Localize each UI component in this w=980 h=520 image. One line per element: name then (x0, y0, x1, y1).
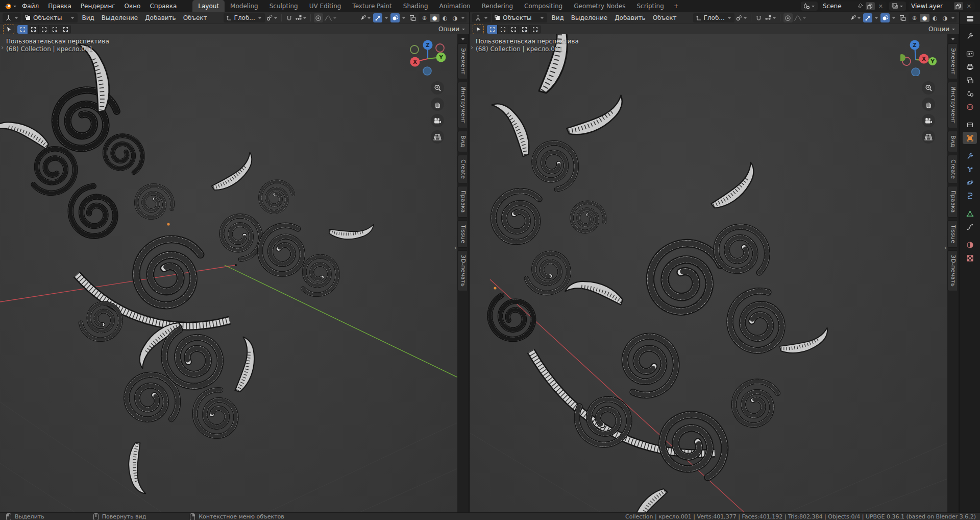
sidebar-collapse-icon[interactable] (461, 38, 464, 40)
properties-tab-object[interactable] (963, 132, 977, 144)
workspace-tab-shading[interactable]: Shading (398, 0, 434, 12)
show-overlays-toggle[interactable] (390, 13, 400, 22)
properties-editor-type-button[interactable] (960, 12, 980, 25)
shading-rendered-button[interactable]: ◑ (450, 14, 460, 22)
shading-wireframe-button[interactable]: ⊕ (420, 14, 429, 22)
add-menu[interactable]: Добавить (142, 12, 179, 23)
scene-name[interactable]: Scene (823, 3, 854, 10)
workspace-tab-sculpting[interactable]: Sculpting (264, 0, 304, 12)
workspace-tab-compositing[interactable]: Compositing (519, 0, 568, 12)
menu-help[interactable]: Справка (145, 0, 181, 12)
gizmo-toggle-caret-icon[interactable] (385, 17, 388, 19)
scene-type-button[interactable] (801, 2, 818, 11)
remove-viewlayer-button[interactable]: ✕ (966, 3, 972, 10)
sidebar-tab-create[interactable]: Create (457, 155, 467, 183)
object-menu[interactable]: Объект (650, 12, 680, 23)
pin-icon[interactable] (857, 3, 863, 9)
workspace-tab-scripting[interactable]: Scripting (631, 0, 669, 12)
blender-logo-icon[interactable] (3, 2, 12, 10)
zoom-button[interactable] (431, 81, 444, 94)
select-box-new-button[interactable] (17, 25, 28, 34)
select-box-subtract-button[interactable]: − (39, 25, 50, 34)
properties-tab-physics[interactable] (963, 176, 977, 188)
transform-orientation-dropdown[interactable]: Глоб... (693, 13, 734, 22)
sidebar-tab-tool[interactable]: Инструмент (457, 82, 467, 128)
toggle-ortho-button[interactable] (922, 130, 935, 144)
editor-type-button[interactable] (472, 13, 491, 22)
shading-solid-button[interactable]: ● (920, 14, 929, 22)
sidebar-tab-3dprint[interactable]: 3D-печать (457, 250, 467, 291)
viewport-canvas-right[interactable]: Пользовательская перспектива (68) Collec… (470, 34, 947, 512)
shading-rendered-button[interactable]: ◑ (940, 14, 950, 22)
snap-target-dropdown[interactable] (765, 13, 777, 22)
app-menu-caret-icon[interactable] (13, 6, 16, 7)
navigation-gizmo[interactable]: Z X Y (900, 38, 937, 76)
sidebar-tab-tissue[interactable]: Tissue (947, 220, 957, 248)
gizmos-dropdown[interactable] (359, 13, 372, 22)
properties-tab-world[interactable] (963, 101, 977, 113)
workspace-tab-uv-editing[interactable]: UV Editing (304, 0, 347, 12)
sidebar-tab-view[interactable]: Вид (947, 131, 957, 152)
pivot-point-dropdown[interactable] (736, 13, 748, 22)
mode-selector[interactable]: Объекты (492, 13, 547, 22)
new-viewlayer-button[interactable] (954, 2, 963, 10)
properties-tab-material[interactable] (963, 239, 977, 251)
view-menu[interactable]: Вид (79, 12, 97, 23)
shading-caret-icon[interactable] (461, 17, 464, 19)
navigation-gizmo[interactable]: Z X Y (409, 38, 446, 76)
workspace-tab-animation[interactable]: Animation (434, 0, 476, 12)
sidebar-tab-create[interactable]: Create (947, 155, 957, 183)
properties-tab-modifiers[interactable] (963, 150, 977, 162)
select-menu[interactable]: Выделение (99, 12, 141, 23)
sidebar-expand-icon[interactable]: ‹ (454, 244, 457, 251)
properties-tab-view-layer[interactable] (963, 74, 977, 86)
select-box-intersect-button[interactable]: ∙ (60, 25, 71, 34)
show-gizmo-toggle[interactable] (373, 13, 382, 22)
sidebar-expand-icon[interactable]: ‹ (944, 244, 947, 251)
shading-caret-icon[interactable] (951, 17, 954, 19)
workspace-tab-rendering[interactable]: Rendering (476, 0, 519, 12)
shading-material-button[interactable]: ◐ (440, 14, 450, 22)
xray-toggle[interactable] (408, 13, 417, 22)
select-box-new-button[interactable] (487, 25, 498, 34)
add-workspace-button[interactable]: + (670, 0, 683, 12)
proportional-falloff-dropdown[interactable] (794, 13, 807, 22)
options-dropdown[interactable]: Опции (438, 26, 459, 33)
workspace-tab-geometry-nodes[interactable]: Geometry Nodes (568, 0, 631, 12)
properties-tab-constraints[interactable] (963, 190, 977, 202)
properties-tab-particles[interactable] (963, 163, 977, 175)
options-dropdown[interactable]: Опции (928, 26, 949, 33)
properties-tab-tool[interactable] (963, 30, 977, 42)
select-box-invert-button[interactable]: ± (50, 25, 60, 34)
viewlayer-field[interactable]: ViewLayer ✕ (909, 2, 975, 11)
workspace-tab-layout[interactable]: Layout (192, 0, 225, 12)
menu-edit[interactable]: Правка (43, 0, 76, 12)
overlays-caret-icon[interactable] (402, 17, 405, 19)
camera-view-button[interactable] (922, 114, 935, 127)
sidebar-tab-item[interactable]: Элемент (457, 43, 467, 79)
sidebar-tab-edit[interactable]: Правка (947, 186, 957, 218)
shading-material-button[interactable]: ◐ (930, 14, 940, 22)
toolbar-expand-icon[interactable]: › (1, 43, 4, 51)
workspace-tab-texture-paint[interactable]: Texture Paint (347, 0, 397, 12)
snap-toggle[interactable] (285, 13, 294, 22)
properties-tab-output[interactable] (963, 61, 977, 73)
properties-tab-object-data[interactable] (963, 207, 977, 220)
toggle-ortho-button[interactable] (431, 130, 444, 144)
mode-selector[interactable]: Объекты (22, 13, 78, 22)
new-scene-button[interactable] (866, 2, 875, 10)
pan-button[interactable] (431, 98, 444, 111)
object-menu[interactable]: Объект (180, 12, 210, 23)
select-box-invert-button[interactable]: ± (519, 25, 530, 34)
menu-render[interactable]: Рендеринг (76, 0, 120, 12)
sidebar-tab-tissue[interactable]: Tissue (457, 220, 467, 248)
properties-tab-collection[interactable] (963, 119, 977, 131)
select-box-extend-button[interactable]: + (28, 25, 39, 34)
viewlayer-type-button[interactable] (889, 2, 906, 11)
snap-target-dropdown[interactable] (295, 13, 307, 22)
sidebar-tab-view[interactable]: Вид (457, 131, 467, 152)
proportional-edit-toggle[interactable] (314, 13, 323, 22)
proportional-edit-toggle[interactable] (783, 13, 793, 22)
viewlayer-name[interactable]: ViewLayer (911, 3, 951, 10)
select-box-subtract-button[interactable]: − (508, 25, 519, 34)
